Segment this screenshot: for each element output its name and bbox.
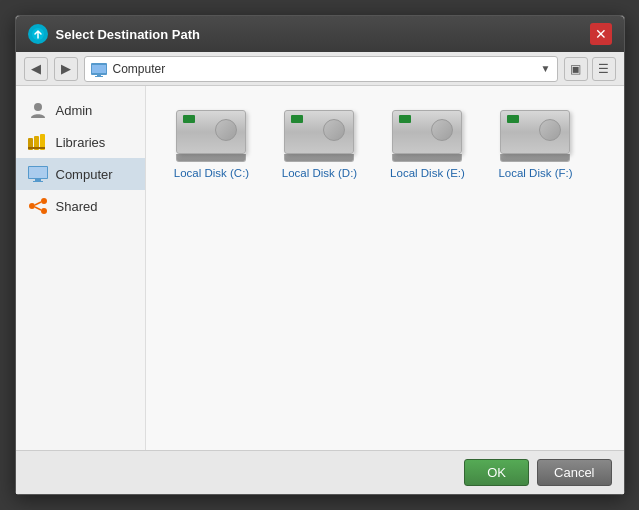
sidebar-item-shared-label: Shared (56, 199, 98, 214)
address-bar: Computer ▼ (84, 56, 558, 82)
person-icon (28, 102, 48, 118)
computer-icon (28, 166, 48, 182)
svg-point-14 (41, 198, 47, 204)
svg-rect-3 (97, 74, 101, 76)
close-button[interactable]: ✕ (590, 23, 612, 45)
svg-line-17 (35, 202, 41, 205)
toolbar: ◀ ▶ Computer ▼ ▣ ☰ (16, 52, 624, 86)
libraries-icon (28, 134, 48, 150)
sidebar-item-libraries[interactable]: Libraries (16, 126, 145, 158)
svg-rect-13 (33, 181, 43, 182)
main-content: Admin Libraries (16, 86, 624, 450)
disk-item-c[interactable]: Local Disk (C:) (162, 102, 262, 189)
svg-rect-4 (95, 76, 103, 77)
svg-point-15 (29, 203, 35, 209)
disk-item-f[interactable]: Local Disk (F:) (486, 102, 586, 189)
new-folder-button[interactable]: ▣ (564, 57, 588, 81)
address-computer-icon (91, 63, 107, 75)
svg-line-18 (35, 207, 41, 210)
svg-rect-9 (28, 147, 45, 149)
sidebar-item-admin[interactable]: Admin (16, 94, 145, 126)
sidebar: Admin Libraries (16, 86, 146, 450)
sidebar-item-shared[interactable]: Shared (16, 190, 145, 222)
shared-icon (28, 198, 48, 214)
cancel-button[interactable]: Cancel (537, 459, 611, 486)
disk-item-d[interactable]: Local Disk (D:) (270, 102, 370, 189)
ok-button[interactable]: OK (464, 459, 529, 486)
disk-label-d: Local Disk (D:) (282, 166, 357, 181)
footer: OK Cancel (16, 450, 624, 494)
svg-rect-12 (35, 179, 41, 181)
dialog-title: Select Destination Path (56, 27, 200, 42)
disk-label-f: Local Disk (F:) (498, 166, 572, 181)
app-icon (28, 24, 48, 44)
svg-rect-2 (92, 65, 106, 73)
sidebar-item-computer-label: Computer (56, 167, 113, 182)
disk-label-c: Local Disk (C:) (174, 166, 249, 181)
select-destination-dialog: Select Destination Path ✕ ◀ ▶ Computer ▼… (15, 15, 625, 495)
address-dropdown-icon[interactable]: ▼ (541, 63, 551, 74)
disk-icon-c (176, 110, 248, 160)
view-toggle-button[interactable]: ☰ (592, 57, 616, 81)
title-bar-left: Select Destination Path (28, 24, 200, 44)
sidebar-item-computer[interactable]: Computer (16, 158, 145, 190)
disk-item-e[interactable]: Local Disk (E:) (378, 102, 478, 189)
address-label: Computer (113, 62, 535, 76)
svg-point-16 (41, 208, 47, 214)
toolbar-right: ▣ ☰ (564, 57, 616, 81)
sidebar-item-admin-label: Admin (56, 103, 93, 118)
disk-icon-f (500, 110, 572, 160)
back-button[interactable]: ◀ (24, 57, 48, 81)
sidebar-item-libraries-label: Libraries (56, 135, 106, 150)
file-area: Local Disk (C:) Local Disk (D:) Local Di… (146, 86, 624, 450)
disk-icon-d (284, 110, 356, 160)
file-grid: Local Disk (C:) Local Disk (D:) Local Di… (162, 102, 608, 189)
disk-label-e: Local Disk (E:) (390, 166, 465, 181)
forward-button[interactable]: ▶ (54, 57, 78, 81)
disk-icon-e (392, 110, 464, 160)
svg-rect-11 (29, 167, 47, 178)
title-bar: Select Destination Path ✕ (16, 16, 624, 52)
svg-point-5 (34, 103, 42, 111)
